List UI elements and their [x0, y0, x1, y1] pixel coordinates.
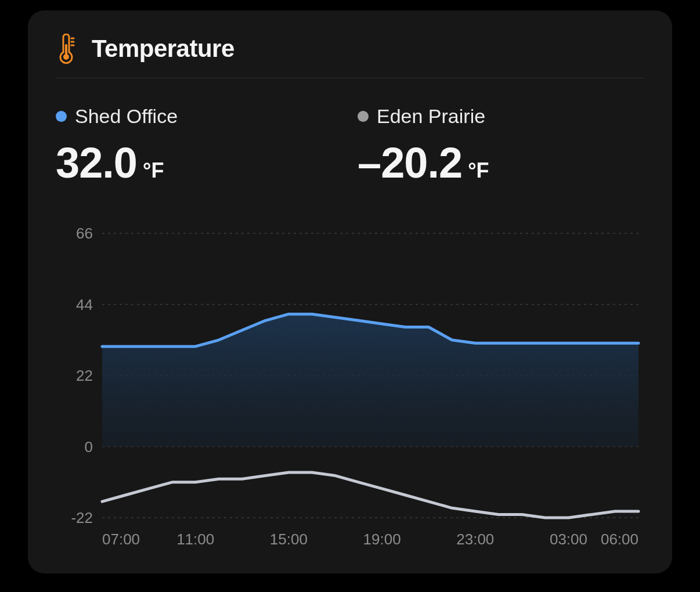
reading-label-row: Eden Prairie	[358, 105, 636, 128]
svg-text:03:00: 03:00	[550, 530, 587, 548]
readings-row: Shed Office 32.0 °F Eden Prairie –20.2 °…	[56, 105, 644, 187]
svg-text:22: 22	[76, 367, 93, 384]
reading-value-row: –20.2 °F	[358, 138, 636, 187]
svg-text:07:00: 07:00	[102, 530, 140, 548]
reading-unit: °F	[468, 158, 489, 183]
reading-value: –20.2	[358, 138, 462, 187]
reading-label: Shed Office	[75, 105, 178, 128]
reading-value: 32.0	[56, 138, 137, 187]
svg-text:19:00: 19:00	[363, 530, 401, 548]
temperature-chart: 6644220-2207:0011:0015:0019:0023:0003:00…	[56, 228, 644, 553]
series-dot-icon	[358, 111, 369, 122]
svg-text:66: 66	[76, 228, 93, 242]
svg-text:0: 0	[85, 438, 93, 456]
series-dot-icon	[56, 111, 67, 122]
svg-text:44: 44	[76, 296, 93, 313]
svg-text:06:00: 06:00	[601, 530, 638, 548]
reading-unit: °F	[143, 158, 164, 183]
reading-shed-office: Shed Office 32.0 °F	[56, 105, 334, 187]
reading-label-row: Shed Office	[56, 105, 334, 128]
card-header: Temperature	[56, 34, 644, 78]
svg-text:-22: -22	[71, 509, 93, 526]
reading-label: Eden Prairie	[377, 105, 485, 128]
temperature-card: Temperature Shed Office 32.0 °F Eden Pra…	[28, 10, 672, 573]
card-title: Temperature	[92, 35, 234, 63]
svg-text:23:00: 23:00	[456, 530, 494, 548]
thermometer-icon	[56, 34, 75, 64]
reading-value-row: 32.0 °F	[56, 138, 334, 187]
reading-eden-prairie: Eden Prairie –20.2 °F	[358, 105, 636, 187]
svg-text:11:00: 11:00	[176, 530, 214, 548]
svg-text:15:00: 15:00	[270, 530, 308, 548]
